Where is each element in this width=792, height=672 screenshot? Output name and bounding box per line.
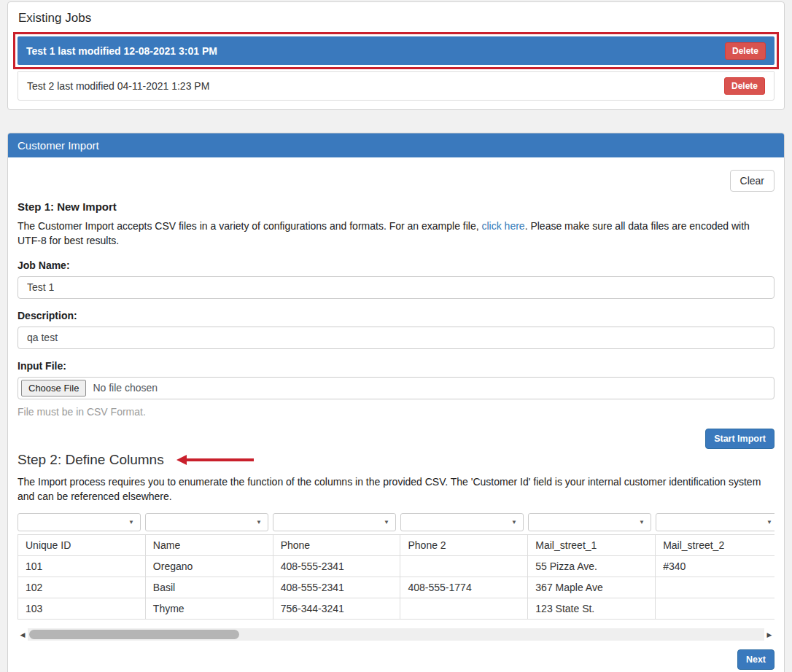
dropdown-caret-icon: ▼ <box>511 520 517 526</box>
scroll-right-arrow-icon[interactable]: ▶ <box>764 631 774 638</box>
table-row: 103 Thyme 756-344-3241 123 State St. <box>18 598 775 620</box>
next-button-row: Next <box>18 649 774 670</box>
table-cell: 408-555-2341 <box>273 556 400 577</box>
job-label: Test 2 last modified 04-11-2021 1:23 PM <box>27 80 209 92</box>
step2-heading: Step 2: Define Columns <box>18 452 164 468</box>
input-file-label: Input File: <box>18 360 774 372</box>
arrow-tail <box>187 458 254 461</box>
delete-job-button[interactable]: Delete <box>724 77 765 95</box>
no-file-chosen-text: No file chosen <box>93 382 158 394</box>
page: Existing Jobs Test 1 last modified 12-08… <box>0 0 792 672</box>
next-button[interactable]: Next <box>737 649 774 670</box>
column-select-5[interactable]: ▼ <box>528 513 651 531</box>
job-row-test2[interactable]: Test 2 last modified 04-11-2021 1:23 PM … <box>18 71 774 101</box>
start-import-row: Start Import <box>18 429 774 449</box>
annotation-arrow <box>176 455 254 465</box>
scroll-left-arrow-icon[interactable]: ◀ <box>18 631 28 638</box>
start-import-button[interactable]: Start Import <box>705 429 774 449</box>
table-cell <box>656 577 774 598</box>
table-cell: #340 <box>656 556 774 577</box>
arrow-head-icon <box>176 455 187 465</box>
step1-heading: Step 1: New Import <box>18 200 774 213</box>
table-cell: Basil <box>145 577 273 598</box>
step1-description: The Customer Import accepts CSV files in… <box>18 219 774 249</box>
scrollbar-track[interactable] <box>28 628 764 641</box>
existing-jobs-panel: Existing Jobs Test 1 last modified 12-08… <box>7 1 785 110</box>
annotation-highlight-box: Test 1 last modified 12-08-2021 3:01 PM … <box>13 32 779 69</box>
csv-preview-table: Unique ID Name Phone Phone 2 Mail_street… <box>18 534 774 620</box>
dropdown-caret-icon: ▼ <box>384 520 389 526</box>
job-row-test1[interactable]: Test 1 last modified 12-08-2021 3:01 PM … <box>18 36 774 65</box>
job-label: Test 1 last modified 12-08-2021 3:01 PM <box>26 45 217 57</box>
file-input[interactable]: Choose File No file chosen <box>18 377 774 399</box>
column-header: Unique ID <box>18 535 146 556</box>
horizontal-scrollbar[interactable]: ◀ ▶ <box>18 628 774 641</box>
dropdown-caret-icon: ▼ <box>639 520 645 526</box>
scrollbar-thumb[interactable] <box>29 630 239 639</box>
table-row: 101 Oregano 408-555-2341 55 Pizza Ave. #… <box>18 556 775 577</box>
column-select-2[interactable]: ▼ <box>145 513 268 531</box>
table-cell: Oregano <box>145 556 273 577</box>
table-cell: 103 <box>18 598 146 620</box>
dropdown-caret-icon: ▼ <box>766 520 772 526</box>
table-cell: 756-344-3241 <box>273 598 400 620</box>
customer-import-header: Customer Import <box>8 133 784 157</box>
dropdown-caret-icon: ▼ <box>256 520 262 526</box>
table-cell <box>400 598 528 620</box>
table-cell: 367 Maple Ave <box>528 577 656 598</box>
column-selects-row: ▼ ▼ ▼ ▼ ▼ ▼ <box>18 513 774 531</box>
table-cell: 101 <box>18 556 146 577</box>
column-header: Mail_street_1 <box>528 535 656 556</box>
column-select-3[interactable]: ▼ <box>273 513 396 531</box>
column-select-4[interactable]: ▼ <box>400 513 524 531</box>
example-file-link[interactable]: click here <box>482 220 525 232</box>
customer-import-body: Clear Step 1: New Import The Customer Im… <box>8 157 784 672</box>
column-header: Name <box>145 535 273 556</box>
table-cell: 55 Pizza Ave. <box>528 556 656 577</box>
column-select-6[interactable]: ▼ <box>656 513 774 531</box>
dropdown-caret-icon: ▼ <box>128 520 134 526</box>
description-label: Description: <box>18 310 774 321</box>
existing-jobs-title: Existing Jobs <box>18 11 774 26</box>
job-name-label: Job Name: <box>18 259 774 271</box>
customer-import-panel: Customer Import Clear Step 1: New Import… <box>7 133 785 672</box>
csv-format-hint: File must be in CSV Format. <box>18 406 774 418</box>
clear-button[interactable]: Clear <box>730 170 774 192</box>
column-select-1[interactable]: ▼ <box>18 513 141 531</box>
column-mapping-area: ▼ ▼ ▼ ▼ ▼ ▼ Unique ID Name Phone Phone 2 <box>18 513 774 620</box>
step2-heading-row: Step 2: Define Columns <box>18 452 774 468</box>
step1-description-text: The Customer Import accepts CSV files in… <box>18 220 482 232</box>
table-cell: Thyme <box>145 598 273 620</box>
column-header: Phone 2 <box>400 535 528 556</box>
table-cell: 123 State St. <box>528 598 656 620</box>
table-row: 102 Basil 408-555-2341 408-555-1774 367 … <box>18 577 775 598</box>
table-cell: 408-555-2341 <box>273 577 400 598</box>
table-header-row: Unique ID Name Phone Phone 2 Mail_street… <box>18 535 775 556</box>
step2-description: The Import process requires you to enume… <box>18 474 774 504</box>
column-header: Phone <box>273 535 400 556</box>
table-cell <box>656 598 774 620</box>
delete-job-button[interactable]: Delete <box>725 42 766 60</box>
clear-button-row: Clear <box>18 170 774 192</box>
job-name-input[interactable] <box>18 276 774 299</box>
table-cell <box>400 556 528 577</box>
column-header: Mail_street_2 <box>656 535 774 556</box>
table-cell: 408-555-1774 <box>400 577 528 598</box>
table-cell: 102 <box>18 577 146 598</box>
description-input[interactable] <box>18 327 774 349</box>
choose-file-button[interactable]: Choose File <box>21 380 86 396</box>
